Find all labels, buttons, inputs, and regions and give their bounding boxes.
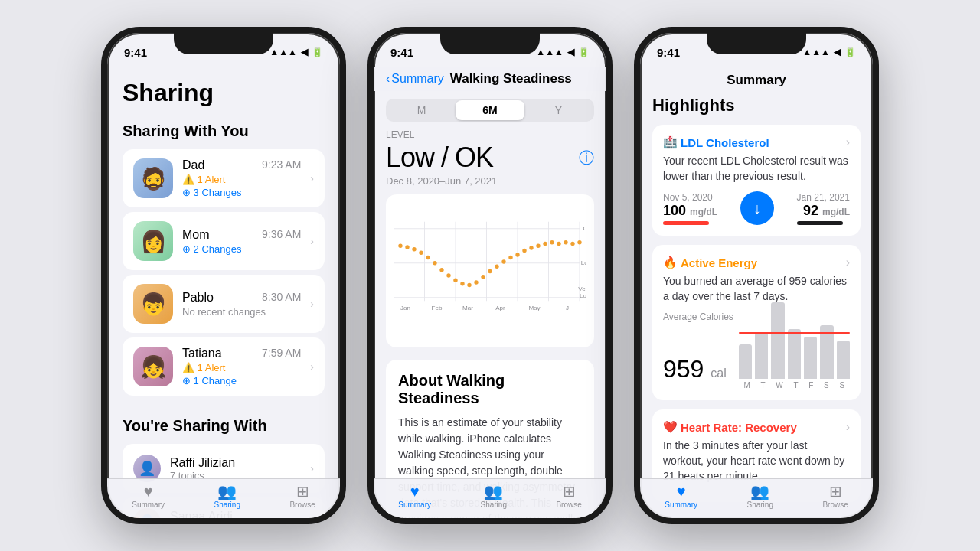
contact-name-tatiana: Tatiana [182, 347, 222, 360]
bar-label-s1: S [824, 381, 829, 390]
browse-icon-3: ⊞ [829, 484, 842, 499]
signal-icon-3: ▲▲▲ [802, 47, 830, 57]
calories-value-block: 959 cal [663, 355, 727, 390]
tab-summary-2[interactable]: ♥ Summary [398, 484, 431, 509]
bar-label-t2: T [793, 381, 798, 390]
heartrate-type-label: Heart Rate: Recovery [681, 421, 797, 434]
contact-changes-tatiana: ⊕ 1 Change [182, 375, 301, 386]
signal-icon: ▲▲▲ [270, 47, 297, 57]
highlight-ldl[interactable]: 🏥 LDL Cholesterol › Your recent LDL Chol… [652, 125, 861, 236]
tab-sharing-label-2: Sharing [480, 500, 506, 509]
segment-y[interactable]: Y [524, 100, 593, 120]
heart-icon-2: ♥ [410, 484, 420, 499]
bar-t2 [788, 329, 801, 379]
contact-time-dad: 9:23 AM [262, 158, 301, 171]
avatar-tatiana: 👧 [133, 347, 173, 386]
svg-text:Jan: Jan [400, 305, 410, 311]
sharing-with-you-title: Sharing With You [122, 122, 325, 140]
chevron-icon-dad: › [310, 172, 314, 184]
ldl-desc: Your recent LDL Cholesterol result was l… [663, 154, 850, 184]
svg-text:May: May [528, 305, 541, 311]
cholesterol-icon: 🏥 [663, 135, 678, 149]
contact-name-mom: Mom [182, 228, 210, 242]
svg-text:Very: Very [578, 285, 586, 292]
status-icons-3: ▲▲▲ ◀ 🔋 [802, 47, 856, 57]
heartrate-desc: In the 3 minutes after your last workout… [663, 439, 850, 484]
tab-browse-1[interactable]: ⊞ Browse [289, 484, 315, 509]
tab-sharing-3[interactable]: 👥 Sharing [746, 484, 773, 509]
back-button[interactable]: ‹ Summary [386, 72, 444, 86]
summary-content: Summary Highlights 🏥 LDL Cholesterol › Y… [640, 67, 873, 518]
contact-alert-dad: ⚠️ 1 Alert [182, 174, 301, 185]
ldl-header: 🏥 LDL Cholesterol › [663, 135, 850, 149]
svg-text:Low: Low [580, 292, 586, 299]
ldl-unit-right: mg/dL [822, 207, 850, 217]
page-title-2: Walking Steadiness [450, 71, 572, 86]
bar-w [771, 302, 784, 379]
ldl-val-right: 92 mg/dL [797, 203, 850, 219]
contact-changes-mom: ⊕ 2 Changes [182, 243, 301, 255]
chevron-icon-raffi: › [310, 462, 314, 474]
svg-text:Apr: Apr [495, 305, 505, 311]
calories-row: 959 cal [663, 325, 850, 390]
info-icon[interactable]: ⓘ [579, 148, 594, 168]
bar-chart [739, 325, 850, 379]
svg-point-28 [529, 246, 533, 249]
ldl-date-right: Jan 21, 2021 [797, 192, 850, 203]
status-time-3: 9:41 [657, 46, 680, 59]
tab-summary-1[interactable]: ♥ Summary [132, 484, 165, 509]
svg-text:J: J [566, 305, 569, 311]
phone-walking: 9:41 ▲▲▲ ◀ 🔋 ‹ Summary Walking Steadines… [368, 27, 612, 524]
svg-text:Low: Low [581, 259, 586, 266]
contact-alert-tatiana: ⚠️ 1 Alert [182, 362, 301, 373]
chevron-icon-tatiana: › [310, 360, 314, 373]
ldl-right: Jan 21, 2021 92 mg/dL [797, 192, 850, 225]
segment-m[interactable]: M [387, 100, 456, 120]
contact-pablo[interactable]: 👦 Pablo 8:30 AM No recent changes › [122, 275, 325, 333]
bar-label-w: W [776, 381, 782, 390]
svg-point-34 [570, 242, 574, 246]
tab-bar-3: ♥ Summary 👥 Sharing ⊞ Browse [640, 478, 873, 518]
svg-point-26 [515, 253, 519, 256]
bar-label-s2: S [839, 381, 844, 390]
contact-tatiana[interactable]: 👧 Tatiana 7:59 AM ⚠️ 1 Alert ⊕ 1 Change [122, 337, 325, 396]
svg-point-14 [433, 261, 436, 265]
battery-icon-3: 🔋 [844, 47, 856, 57]
energy-header: 🔥 Active Energy › [663, 256, 850, 269]
svg-point-12 [419, 251, 423, 255]
tab-browse-2[interactable]: ⊞ Browse [556, 484, 581, 509]
contact-dad[interactable]: 🧔 Dad 9:23 AM ⚠️ 1 Alert ⊕ 3 Changes [122, 149, 325, 207]
svg-text:OK: OK [583, 225, 587, 232]
phone-notch-2 [440, 33, 540, 54]
walking-content: ‹ Summary Walking Steadiness M 6M Y LEVE… [374, 67, 606, 518]
signal-icon-2: ▲▲▲ [536, 47, 564, 57]
tab-summary-3[interactable]: ♥ Summary [665, 484, 697, 509]
energy-desc: You burned an average of 959 calories a … [663, 274, 850, 304]
bar-s2 [837, 341, 850, 379]
bar-label-f: F [808, 381, 813, 390]
segment-6m[interactable]: 6M [456, 100, 524, 120]
heartrate-chevron: › [846, 420, 850, 434]
ldl-type-label: LDL Cholesterol [681, 136, 769, 149]
bar-chart-area: M T W T F S S [739, 325, 850, 390]
tab-sharing-2[interactable]: 👥 Sharing [480, 484, 506, 509]
about-title: About Walking Steadiness [398, 372, 582, 407]
contact-changes-dad: ⊕ 3 Changes [182, 187, 301, 198]
tab-browse-3[interactable]: ⊞ Browse [822, 484, 848, 509]
summary-page-title: Summary [640, 67, 873, 96]
tab-sharing-1[interactable]: 👥 Sharing [214, 484, 240, 509]
svg-point-13 [426, 256, 430, 259]
phone-notch [174, 33, 273, 54]
browse-icon-1: ⊞ [296, 484, 309, 499]
svg-text:Feb: Feb [432, 305, 443, 311]
contact-mom[interactable]: 👩 Mom 9:36 AM ⊕ 2 Changes › [122, 212, 325, 270]
tab-browse-label-1: Browse [289, 500, 315, 509]
sharing-icon-2: 👥 [484, 484, 503, 499]
contact-time-tatiana: 7:59 AM [262, 347, 301, 359]
contact-time-mom: 9:36 AM [262, 228, 301, 240]
status-time-1: 9:41 [124, 46, 147, 59]
highlight-energy[interactable]: 🔥 Active Energy › You burned an average … [652, 245, 861, 400]
status-time-2: 9:41 [390, 46, 413, 59]
phone-notch-3 [707, 33, 806, 54]
energy-type-label: Active Energy [681, 256, 757, 269]
